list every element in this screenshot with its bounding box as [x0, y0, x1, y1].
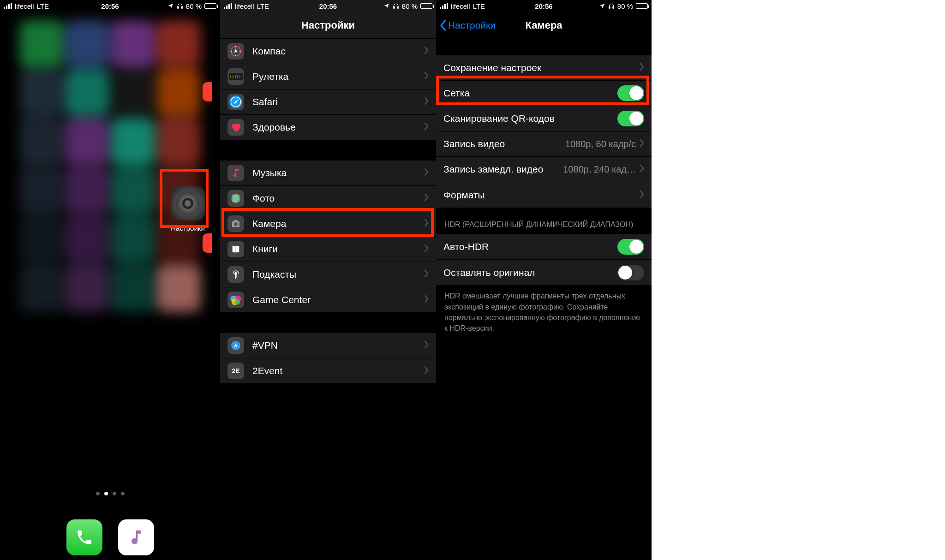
toggle[interactable]: [617, 239, 644, 255]
camera-row-оставлять-оригинал[interactable]: Оставлять оригинал: [436, 260, 652, 285]
camera-settings-group-1: Сохранение настроекСеткаСканирование QR-…: [436, 55, 652, 208]
chevron-right-icon: [640, 63, 644, 73]
row-value: 1080p, 240 кад…: [563, 164, 636, 175]
clock: 20:56: [101, 2, 119, 10]
back-button[interactable]: Настройки: [440, 12, 496, 39]
settings-row-vpn[interactable]: #VPN: [220, 333, 436, 358]
music-app[interactable]: [118, 519, 154, 555]
row-label: Сохранение настроек: [443, 62, 640, 73]
toggle[interactable]: [617, 111, 644, 126]
camera-settings-group-2: Авто-HDRОставлять оригинал: [436, 234, 652, 285]
row-label: Компас: [252, 46, 424, 57]
settings-row-music[interactable]: Музыка: [220, 161, 436, 186]
settings-app-label: Настройки: [165, 224, 210, 232]
chevron-right-icon: [640, 139, 644, 149]
battery-icon: [204, 3, 216, 9]
row-label: Запись видео: [443, 138, 565, 149]
camera-row-авто-hdr[interactable]: Авто-HDR: [436, 234, 652, 260]
nav-title: Камера: [525, 19, 562, 31]
row-label: Здоровье: [252, 122, 424, 133]
hdr-section-header: HDR (РАСШИРЕННЫЙ ДИНАМИЧЕСКИЙ ДИАПАЗОН): [436, 208, 652, 234]
blurred-apps: [17, 18, 203, 560]
chevron-right-icon: [640, 190, 644, 200]
settings-row-camera[interactable]: Камера: [220, 211, 436, 237]
row-label: 2Event: [252, 365, 424, 376]
settings-list: КомпасРулеткаSafariЗдоровьеМузыкаФотоКам…: [220, 39, 436, 387]
page-indicator[interactable]: [96, 492, 125, 495]
row-label: Game Center: [252, 294, 424, 305]
svg-point-24: [235, 299, 240, 305]
measure-icon: [227, 68, 244, 85]
photos-icon: [227, 190, 244, 207]
svg-rect-26: [609, 6, 610, 8]
row-label: Камера: [252, 218, 424, 229]
svg-rect-0: [178, 6, 179, 8]
row-label: Фото: [252, 193, 424, 204]
dock: [66, 519, 154, 555]
music-icon: [227, 165, 244, 181]
row-value: 1080p, 60 кадр/с: [565, 139, 636, 149]
toggle[interactable]: [617, 85, 644, 101]
network-label: LTE: [37, 2, 49, 10]
status-bar: lifecell LTE 20:56 80 %: [220, 0, 436, 12]
settings-row-books[interactable]: Книги: [220, 237, 436, 262]
navbar: Настройки Камера: [436, 12, 652, 39]
camera-row-сетка[interactable]: Сетка: [436, 81, 652, 106]
signal-bars-icon: [4, 3, 12, 9]
panel-settings: lifecell LTE 20:56 80 % Настройки Компас…: [220, 0, 436, 560]
signal-bars-icon: [440, 3, 448, 9]
settings-app[interactable]: Настройки: [165, 186, 210, 232]
location-icon: [383, 3, 390, 9]
settings-row-health[interactable]: Здоровье: [220, 115, 436, 140]
settings-row-measure[interactable]: Рулетка: [220, 64, 436, 89]
headphones-icon: [608, 3, 615, 9]
vpn-icon: [227, 337, 244, 354]
battery-icon: [420, 3, 432, 9]
location-icon: [167, 3, 174, 9]
chevron-right-icon: [424, 244, 429, 254]
location-icon: [599, 3, 605, 9]
settings-row-gamecenter[interactable]: Game Center: [220, 287, 436, 313]
row-label: Сетка: [443, 88, 617, 99]
camera-icon: [227, 215, 244, 232]
settings-row-safari[interactable]: Safari: [220, 89, 436, 115]
chevron-right-icon: [424, 193, 429, 203]
nav-title: Настройки: [301, 19, 355, 31]
decorative-notch: [203, 82, 212, 101]
headphones-icon: [177, 3, 183, 9]
chevron-right-icon: [424, 219, 429, 229]
svg-rect-3: [397, 6, 398, 8]
chevron-right-icon: [424, 122, 429, 132]
chevron-right-icon: [424, 97, 429, 107]
row-label: Safari: [252, 96, 424, 107]
battery-icon: [636, 3, 648, 9]
books-icon: [227, 241, 244, 257]
camera-row-запись-видео[interactable]: Запись видео1080p, 60 кадр/с: [436, 131, 652, 157]
row-label: Рулетка: [252, 71, 424, 82]
gear-icon: [171, 186, 205, 220]
row-label: #VPN: [252, 340, 424, 351]
svg-rect-1: [181, 6, 182, 8]
camera-row-сохранение-настроек[interactable]: Сохранение настроек: [436, 55, 652, 81]
decorative-notch: [203, 233, 212, 253]
settings-row-2event[interactable]: 2E2Event: [220, 358, 436, 384]
phone-app[interactable]: [66, 519, 102, 555]
settings-row-podcasts[interactable]: Подкасты: [220, 262, 436, 287]
settings-row-photos[interactable]: Фото: [220, 186, 436, 211]
status-bar: lifecell LTE 20:56 80 %: [0, 0, 220, 12]
headphones-icon: [393, 3, 399, 9]
camera-row-запись-замедл.-видео[interactable]: Запись замедл. видео1080p, 240 кад…: [436, 157, 652, 182]
camera-row-сканирование-qr-кодов[interactable]: Сканирование QR-кодов: [436, 106, 652, 131]
settings-row-compass[interactable]: Компас: [220, 39, 436, 64]
battery-pct: 80 %: [186, 2, 202, 10]
svg-rect-2: [394, 6, 395, 8]
carrier-label: lifecell: [15, 2, 34, 10]
podcasts-icon: [227, 266, 244, 283]
gamecenter-icon: [227, 292, 244, 308]
svg-rect-27: [613, 6, 614, 8]
camera-row-форматы[interactable]: Форматы: [436, 182, 652, 208]
chevron-right-icon: [424, 168, 429, 178]
chevron-right-icon: [640, 164, 644, 174]
toggle[interactable]: [617, 265, 644, 280]
home-screen: Настройки: [17, 18, 203, 560]
